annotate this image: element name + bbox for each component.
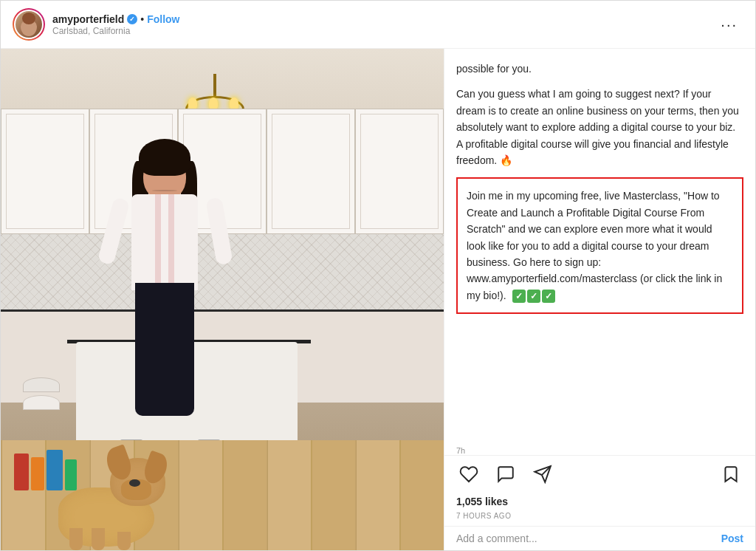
arm-right xyxy=(205,197,233,265)
shirt xyxy=(131,194,198,290)
header-info: amyporterfield • Follow Carlsbad, Califo… xyxy=(45,13,715,36)
green-checkmarks: ✓ ✓ ✓ xyxy=(512,290,555,303)
like-button[interactable] xyxy=(456,462,481,487)
hair xyxy=(139,139,190,176)
bulb-1 xyxy=(188,97,197,109)
book-1 xyxy=(14,454,29,490)
dog-leg-2 xyxy=(92,528,105,550)
follow-button[interactable]: Follow xyxy=(147,13,179,25)
arm-left xyxy=(97,197,131,266)
post-header: amyporterfield • Follow Carlsbad, Califo… xyxy=(1,1,755,49)
dog-leg-1 xyxy=(69,528,83,550)
post-image xyxy=(1,49,444,550)
bookmark-button[interactable] xyxy=(718,462,743,487)
dog-leg-3 xyxy=(117,532,131,550)
book-4 xyxy=(65,459,77,490)
book-3 xyxy=(47,450,63,490)
smile xyxy=(152,190,178,191)
post-comment-button[interactable]: Post xyxy=(721,533,743,544)
bookmark-icon xyxy=(721,465,740,484)
cabinet-5 xyxy=(355,109,444,234)
bowl-1 xyxy=(23,377,60,392)
check-1: ✓ xyxy=(512,290,526,303)
caption-area: possible for you. Can you guess what I a… xyxy=(444,49,755,443)
share-button[interactable] xyxy=(530,462,555,487)
books xyxy=(14,450,77,490)
location: Carlsbad, California xyxy=(52,26,707,36)
caption-body: Can you guess what I am going to suggest… xyxy=(456,86,743,168)
share-icon xyxy=(533,465,552,484)
time-ago: 7 HOURS AGO xyxy=(444,510,755,526)
bulb-3 xyxy=(230,97,238,109)
cabinet-4 xyxy=(267,109,355,234)
stripe-2 xyxy=(168,194,174,290)
heart-icon xyxy=(459,465,478,484)
bulb-2 xyxy=(209,97,218,109)
post-content: possible for you. Can you guess what I a… xyxy=(444,49,755,550)
timestamp-small: 7h xyxy=(444,443,755,455)
comment-icon xyxy=(496,465,515,484)
likes-number: 1,055 xyxy=(456,496,482,507)
bowls xyxy=(23,377,60,410)
dot-separator: • xyxy=(140,13,144,25)
verified-badge-icon xyxy=(127,14,137,24)
avatar[interactable] xyxy=(16,11,42,38)
username[interactable]: amyporterfield xyxy=(52,13,124,25)
chandelier-pole xyxy=(213,74,216,96)
check-2: ✓ xyxy=(527,290,540,303)
post-body: possible for you. Can you guess what I a… xyxy=(1,49,755,550)
highlighted-text: Join me in my upcoming free, live Master… xyxy=(467,190,722,301)
pants xyxy=(135,283,194,416)
comment-button[interactable] xyxy=(493,462,518,487)
bowl-2 xyxy=(23,395,60,410)
comment-input-area: Post xyxy=(444,526,755,550)
highlighted-cta-box: Join me in my upcoming free, live Master… xyxy=(456,177,743,314)
avatar-ring xyxy=(13,8,45,41)
caption-intro: possible for you. xyxy=(456,61,743,77)
check-3: ✓ xyxy=(542,290,555,303)
username-row: amyporterfield • Follow xyxy=(52,13,707,25)
likes-label: likes xyxy=(485,496,508,507)
more-options-button[interactable]: ··· xyxy=(715,13,743,36)
stripe-1 xyxy=(155,194,161,290)
avatar-inner xyxy=(14,10,44,39)
cabinet-1 xyxy=(1,109,89,234)
actions-bar xyxy=(444,455,755,493)
book-2 xyxy=(31,457,44,490)
comment-input[interactable] xyxy=(456,533,712,544)
likes-count: 1,055 likes xyxy=(444,493,755,510)
instagram-post: amyporterfield • Follow Carlsbad, Califo… xyxy=(0,0,756,551)
person xyxy=(98,139,231,465)
